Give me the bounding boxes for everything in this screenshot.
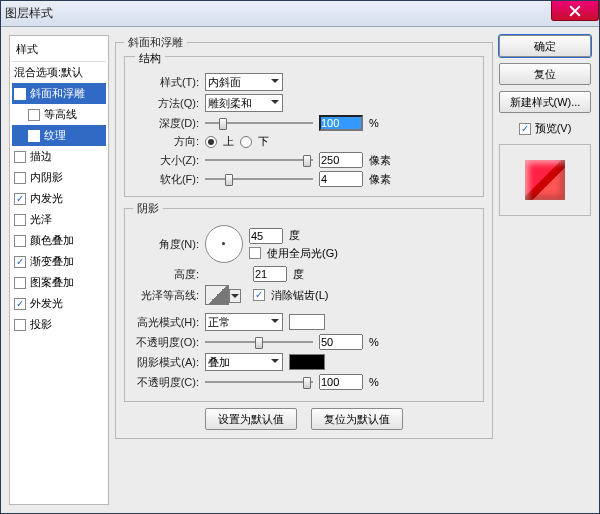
sidebar-checkbox[interactable] (14, 235, 26, 247)
sidebar-header: 样式 (12, 38, 106, 62)
sidebar-checkbox[interactable] (14, 298, 26, 310)
direction-down-radio[interactable] (240, 136, 252, 148)
shading-group: 阴影 角度(N): 度 使用全局光(G) (124, 201, 484, 402)
gloss-contour-picker[interactable] (205, 285, 229, 305)
soften-label: 软化(F): (133, 172, 199, 187)
shadow-opacity-input[interactable] (319, 374, 363, 390)
close-icon (569, 5, 581, 17)
sidebar-item-label: 投影 (30, 317, 52, 332)
highlight-opacity-slider[interactable] (205, 335, 313, 349)
antialias-label: 消除锯齿(L) (271, 288, 328, 303)
sidebar-item-label: 光泽 (30, 212, 52, 227)
shadow-mode-select[interactable]: 叠加 (205, 353, 283, 371)
shading-legend: 阴影 (133, 201, 163, 216)
highlight-opacity-unit: % (369, 336, 395, 348)
shadow-opacity-label: 不透明度(C): (133, 375, 199, 390)
preview-box (499, 144, 591, 216)
style-label: 样式(T): (133, 75, 199, 90)
bevel-legend: 斜面和浮雕 (124, 35, 187, 50)
sidebar-checkbox[interactable] (14, 214, 26, 226)
highlight-color-swatch[interactable] (289, 314, 325, 330)
bevel-fieldset: 斜面和浮雕 结构 样式(T): 内斜面 方法(Q): 雕刻柔和 深度(D): (115, 35, 493, 439)
sidebar-item-label: 等高线 (44, 107, 77, 122)
altitude-unit: 度 (293, 267, 304, 282)
highlight-mode-select[interactable]: 正常 (205, 313, 283, 331)
new-style-button[interactable]: 新建样式(W)... (499, 91, 591, 113)
shadow-opacity-unit: % (369, 376, 395, 388)
set-default-button[interactable]: 设置为默认值 (205, 408, 297, 430)
sidebar-checkbox[interactable] (28, 130, 40, 142)
sidebar-item-4[interactable]: 内阴影 (12, 167, 106, 188)
dialog-window: 图层样式 样式 混合选项:默认 斜面和浮雕等高线纹理描边内阴影内发光光泽颜色叠加… (0, 0, 600, 514)
technique-select[interactable]: 雕刻柔和 (205, 94, 283, 112)
size-label: 大小(Z): (133, 153, 199, 168)
window-title: 图层样式 (5, 5, 53, 22)
sidebar-checkbox[interactable] (14, 193, 26, 205)
angle-wheel[interactable] (205, 225, 243, 263)
sidebar-item-label: 渐变叠加 (30, 254, 74, 269)
preview-label: 预览(V) (535, 121, 572, 136)
structure-legend: 结构 (135, 51, 165, 66)
sidebar-item-6[interactable]: 光泽 (12, 209, 106, 230)
sidebar-checkbox[interactable] (14, 151, 26, 163)
sidebar-item-1[interactable]: 等高线 (12, 104, 106, 125)
sidebar-item-label: 内阴影 (30, 170, 63, 185)
sidebar-checkbox[interactable] (28, 109, 40, 121)
angle-input[interactable] (249, 228, 283, 244)
depth-input[interactable] (319, 115, 363, 131)
shadow-opacity-slider[interactable] (205, 375, 313, 389)
global-light-label: 使用全局光(G) (267, 246, 338, 261)
size-slider[interactable] (205, 153, 313, 167)
sidebar-checkbox[interactable] (14, 277, 26, 289)
size-input[interactable] (319, 152, 363, 168)
sidebar-item-label: 描边 (30, 149, 52, 164)
direction-up-radio[interactable] (205, 136, 217, 148)
action-panel: 确定 复位 新建样式(W)... 预览(V) (499, 35, 591, 505)
depth-slider[interactable] (205, 116, 313, 130)
preview-checkbox[interactable] (519, 123, 531, 135)
sidebar-item-label: 颜色叠加 (30, 233, 74, 248)
soften-slider[interactable] (205, 172, 313, 186)
sidebar-item-0[interactable]: 斜面和浮雕 (12, 83, 106, 104)
sidebar-item-9[interactable]: 图案叠加 (12, 272, 106, 293)
sidebar-checkbox[interactable] (14, 172, 26, 184)
highlight-opacity-label: 不透明度(O): (133, 335, 199, 350)
sidebar-checkbox[interactable] (14, 256, 26, 268)
reset-default-button[interactable]: 复位为默认值 (311, 408, 403, 430)
depth-unit: % (369, 117, 395, 129)
sidebar-item-11[interactable]: 投影 (12, 314, 106, 335)
soften-input[interactable] (319, 171, 363, 187)
sidebar-item-5[interactable]: 内发光 (12, 188, 106, 209)
sidebar-item-label: 内发光 (30, 191, 63, 206)
cancel-button[interactable]: 复位 (499, 63, 591, 85)
options-panel: 斜面和浮雕 结构 样式(T): 内斜面 方法(Q): 雕刻柔和 深度(D): (115, 35, 493, 505)
highlight-mode-label: 高光模式(H): (133, 315, 199, 330)
shadow-color-swatch[interactable] (289, 354, 325, 370)
gloss-contour-label: 光泽等高线: (133, 288, 199, 303)
sidebar-item-3[interactable]: 描边 (12, 146, 106, 167)
sidebar-checkbox[interactable] (14, 319, 26, 331)
antialias-checkbox[interactable] (253, 289, 265, 301)
sidebar-item-10[interactable]: 外发光 (12, 293, 106, 314)
direction-up-label: 上 (223, 134, 234, 149)
ok-button[interactable]: 确定 (499, 35, 591, 57)
highlight-opacity-input[interactable] (319, 334, 363, 350)
sidebar-item-7[interactable]: 颜色叠加 (12, 230, 106, 251)
direction-label: 方向: (133, 134, 199, 149)
depth-label: 深度(D): (133, 116, 199, 131)
close-button[interactable] (551, 1, 599, 21)
sidebar-blend-options[interactable]: 混合选项:默认 (12, 62, 106, 83)
sidebar-item-2[interactable]: 纹理 (12, 125, 106, 146)
sidebar-item-8[interactable]: 渐变叠加 (12, 251, 106, 272)
global-light-checkbox[interactable] (249, 247, 261, 259)
technique-label: 方法(Q): (133, 96, 199, 111)
altitude-input[interactable] (253, 266, 287, 282)
sidebar-item-label: 图案叠加 (30, 275, 74, 290)
sidebar-item-label: 纹理 (44, 128, 66, 143)
direction-down-label: 下 (258, 134, 269, 149)
preview-swatch (525, 160, 565, 200)
sidebar-checkbox[interactable] (14, 88, 26, 100)
style-select[interactable]: 内斜面 (205, 73, 283, 91)
chevron-down-icon[interactable] (229, 289, 241, 303)
titlebar: 图层样式 (1, 1, 599, 27)
